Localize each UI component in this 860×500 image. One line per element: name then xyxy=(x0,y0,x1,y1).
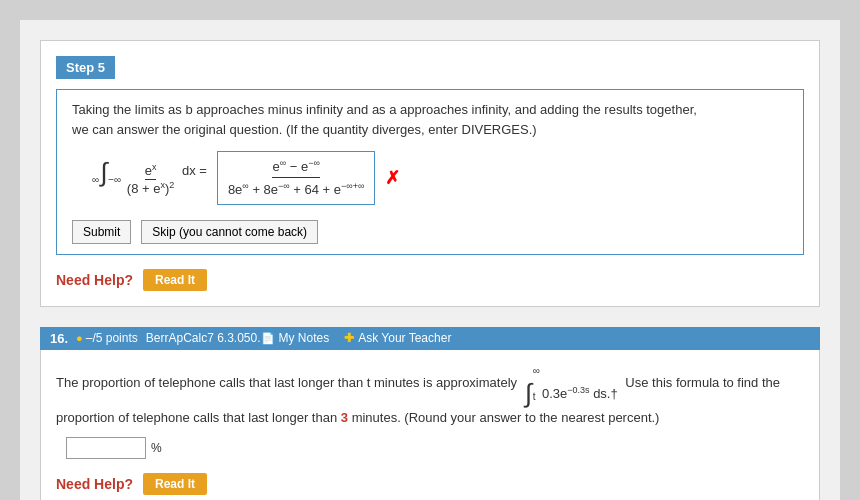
answer-input[interactable] xyxy=(66,437,146,459)
frac-numerator: e∞ − e−∞ xyxy=(272,158,319,178)
problem-16-text: The proportion of telephone calls that l… xyxy=(56,362,804,429)
step-desc-line1: Taking the limits as b approaches minus … xyxy=(72,102,697,117)
lower-limit-16: t xyxy=(533,388,540,406)
ask-teacher-link[interactable]: ✚ Ask Your Teacher xyxy=(344,331,451,345)
x-mark-icon: ✗ xyxy=(385,167,400,189)
point-icon: ● xyxy=(76,332,83,344)
submit-button[interactable]: Submit xyxy=(72,220,131,244)
math-row: ∞ ∫ −∞ ex (8 + ex)2 dx = xyxy=(92,151,788,205)
prob-text-part3: minutes. (Round your answer to the neare… xyxy=(352,410,660,425)
lower-limit-lhs: −∞ xyxy=(108,174,121,185)
need-help-row-2: Need Help? Read It xyxy=(56,473,804,495)
read-it-button-1[interactable]: Read It xyxy=(143,269,207,291)
integral-limits-16: ∞ t xyxy=(533,362,540,406)
step5-buttons: Submit Skip (you cannot come back) xyxy=(72,220,788,244)
page-container: Step 5 Taking the limits as b approaches… xyxy=(20,20,840,500)
need-help-row-1: Need Help? Read It xyxy=(56,269,804,291)
dx-label: dx = xyxy=(182,163,207,178)
need-help-label-2: Need Help? xyxy=(56,476,133,492)
need-help-label-1: Need Help? xyxy=(56,272,133,288)
prob-actions: 📄 My Notes ✚ Ask Your Teacher xyxy=(261,331,452,345)
problem-16-body: The proportion of telephone calls that l… xyxy=(40,350,820,500)
math-lhs-integral: ∞ ∫ −∞ ex (8 + ex)2 dx = xyxy=(92,159,207,197)
problem-step5-block: Step 5 Taking the limits as b approaches… xyxy=(40,40,820,307)
prob-text-part1: The proportion of telephone calls that l… xyxy=(56,375,517,390)
math-fraction-rhs: e∞ − e−∞ 8e∞ + 8e−∞ + 64 + e−∞+∞ xyxy=(217,151,376,205)
read-it-button-2[interactable]: Read It xyxy=(143,473,207,495)
integral-symbol-16: ∫ xyxy=(525,380,532,406)
problem-16-container: 16. ● –/5 points BerrApCalc7 6.3.050. 📄 … xyxy=(40,327,820,500)
problem-16-header: 16. ● –/5 points BerrApCalc7 6.3.050. 📄 … xyxy=(40,327,820,350)
my-notes-link[interactable]: 📄 My Notes xyxy=(261,331,330,345)
skip-button[interactable]: Skip (you cannot come back) xyxy=(141,220,318,244)
integral-inline: ∫ ∞ t 0.3e−0.3s ds.† xyxy=(525,362,618,406)
plus-icon: ✚ xyxy=(344,331,354,345)
ask-teacher-label: Ask Your Teacher xyxy=(358,331,451,345)
integrand-lhs: ex (8 + ex)2 xyxy=(127,163,178,178)
step-header: Step 5 xyxy=(56,56,115,79)
upper-limit-16: ∞ xyxy=(533,362,540,380)
problem-source: BerrApCalc7 6.3.050. xyxy=(146,331,261,345)
my-notes-label: My Notes xyxy=(279,331,330,345)
problem-points: –/5 points xyxy=(86,331,138,345)
problem-number: 16. xyxy=(50,331,68,346)
step-desc-line2: we can answer the original question. (If… xyxy=(72,122,537,137)
answer-row: % xyxy=(56,437,804,459)
step-content: Taking the limits as b approaches minus … xyxy=(56,89,804,255)
prob-highlight-num: 3 xyxy=(341,410,348,425)
pct-label: % xyxy=(151,441,162,455)
frac-denominator: 8e∞ + 8e−∞ + 64 + e−∞+∞ xyxy=(228,181,365,197)
notes-icon: 📄 xyxy=(261,332,275,345)
upper-limit-lhs: ∞ xyxy=(92,174,99,185)
step-description: Taking the limits as b approaches minus … xyxy=(72,100,788,139)
integrand-16: 0.3e−0.3s ds.† xyxy=(542,382,618,406)
integral-symbol-lhs: ∫ xyxy=(100,159,107,185)
